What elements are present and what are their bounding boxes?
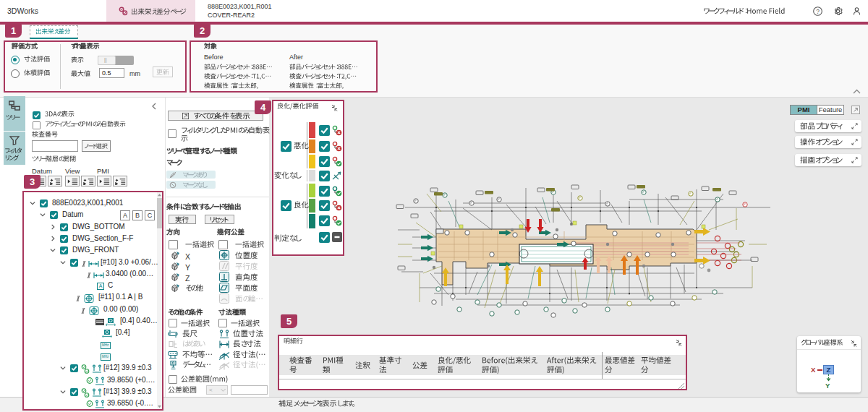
- svg-text:?: ?: [816, 8, 820, 15]
